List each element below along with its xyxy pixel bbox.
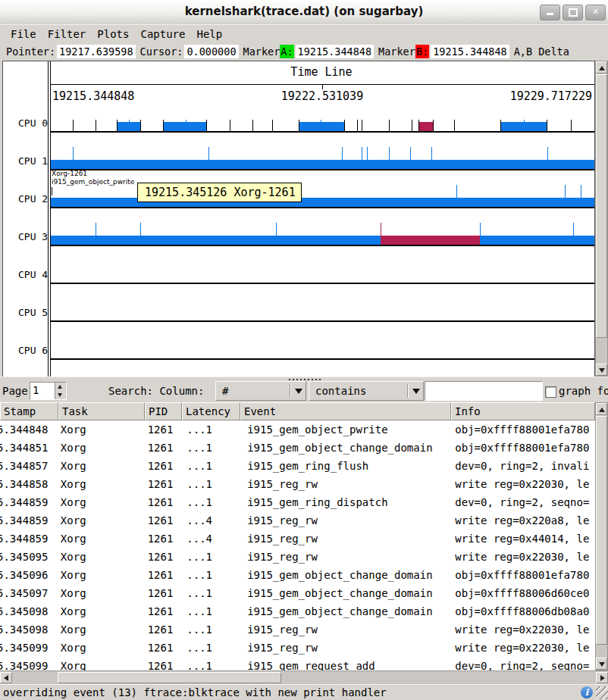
graph-follows-checkbox[interactable] bbox=[545, 386, 556, 398]
table-row[interactable]: 5.344848Xorg1261...1i915_gem_object_pwri… bbox=[0, 420, 595, 439]
cell-info: dev=0, ring=2, invali bbox=[452, 457, 595, 475]
marker-a-value: 19215.344848 bbox=[296, 45, 375, 58]
cpu-baseline bbox=[51, 169, 594, 170]
cell-pid: 1261 bbox=[145, 639, 184, 657]
column-select[interactable]: # bbox=[215, 381, 306, 401]
spin-up-icon bbox=[58, 385, 62, 389]
table-row[interactable]: 5.344859Xorg1261...4i915_reg_rwwrite reg… bbox=[0, 511, 595, 530]
table-row[interactable]: 5.345098Xorg1261...1i915_reg_rwwrite reg… bbox=[0, 620, 595, 639]
cell-text: Xorg bbox=[61, 533, 86, 545]
cell-event: i915_gem_ring_dispatch bbox=[243, 493, 452, 511]
cell-text: 5.345099 bbox=[0, 639, 48, 657]
minimize-button[interactable] bbox=[540, 5, 560, 20]
table-row[interactable]: 5.345098Xorg1261...1i915_gem_object_chan… bbox=[0, 602, 595, 620]
event-tick bbox=[565, 185, 566, 198]
cell-text: i915_gem_ring_flush bbox=[247, 460, 368, 472]
event-tick bbox=[367, 147, 368, 160]
maximize-icon bbox=[569, 8, 578, 17]
cell-task: Xorg bbox=[57, 639, 145, 657]
cell-info: write reg=0x22030, le bbox=[452, 548, 595, 566]
cell-text: ...1 bbox=[186, 660, 212, 670]
table-hscroll-thumb[interactable] bbox=[58, 672, 281, 683]
cell-info: dev=0, ring=2, seqno= bbox=[452, 493, 595, 511]
resize-grip[interactable] bbox=[596, 686, 608, 699]
graph-scroll-thumb[interactable] bbox=[596, 74, 607, 338]
menu-item-capture[interactable]: Capture bbox=[140, 28, 185, 40]
column-header-task[interactable]: Task bbox=[58, 402, 145, 420]
cell-event: i915_gem_object_change_domain bbox=[243, 566, 452, 584]
event-tick bbox=[117, 120, 118, 131]
menu-item-file[interactable]: File bbox=[11, 28, 36, 40]
page-spin-buttons[interactable] bbox=[55, 383, 66, 399]
event-tick bbox=[272, 120, 273, 131]
match-select[interactable]: contains bbox=[309, 381, 424, 401]
column-header-stamp[interactable]: Stamp bbox=[0, 402, 58, 420]
arrow-left-icon bbox=[4, 675, 8, 681]
column-header-info[interactable]: Info bbox=[451, 402, 595, 420]
table-row[interactable]: 5.344857Xorg1261...1i915_gem_ring_flushd… bbox=[0, 457, 595, 475]
cursor-label: Cursor: bbox=[140, 45, 183, 58]
close-button[interactable]: ✕ bbox=[585, 5, 606, 20]
cpu-bar-run bbox=[51, 160, 594, 169]
cpu-plot-6[interactable] bbox=[51, 325, 594, 360]
table-scroll-right-button[interactable] bbox=[596, 672, 608, 683]
cpu-baseline bbox=[51, 245, 594, 246]
cell-pid: 1261 bbox=[145, 475, 184, 493]
cell-text: obj=0xffff88001efa780 bbox=[455, 569, 589, 581]
table-row[interactable]: 5.345099Xorg1261...1i915_gem_request_add… bbox=[0, 657, 595, 670]
cell-text: ...1 bbox=[186, 423, 212, 436]
menu-item-help[interactable]: Help bbox=[196, 28, 222, 40]
combo-separator bbox=[290, 384, 290, 398]
table-row[interactable]: 5.345099Xorg1261...1i915_reg_rwwrite reg… bbox=[0, 639, 595, 657]
cell-text: i915_gem_ring_dispatch bbox=[247, 496, 387, 508]
cell-task: Xorg bbox=[57, 511, 145, 530]
info-icon[interactable]: i bbox=[581, 686, 593, 698]
table-row[interactable]: 5.345096Xorg1261...1i915_gem_object_chan… bbox=[0, 566, 595, 584]
search-input[interactable] bbox=[425, 381, 543, 401]
cell-text: 1261 bbox=[148, 423, 174, 436]
event-tick bbox=[547, 120, 547, 131]
table-header-row: StampTaskPIDLatencyEventInfo bbox=[0, 402, 595, 420]
cell-text: ...1 bbox=[186, 623, 212, 636]
maximize-button[interactable] bbox=[563, 5, 583, 20]
cell-text: 5.344858 bbox=[0, 475, 48, 493]
cell-text: dev=0, ring=2, seqno= bbox=[455, 496, 589, 508]
cell-text: obj=0xffff88001efa780 bbox=[455, 423, 589, 436]
cpu-plot-5[interactable] bbox=[51, 287, 594, 322]
column-header-pid[interactable]: PID bbox=[145, 402, 182, 420]
cell-latency: ...1 bbox=[183, 602, 243, 620]
page-spinbox[interactable]: 1 bbox=[30, 382, 67, 400]
table-row[interactable]: 5.345097Xorg1261...1i915_gem_object_chan… bbox=[0, 584, 595, 602]
event-tick bbox=[140, 223, 141, 236]
table-row[interactable]: 5.344858Xorg1261...1i915_reg_rwwrite reg… bbox=[0, 475, 595, 493]
column-header-event[interactable]: Event bbox=[240, 402, 451, 420]
table-scroll-left-button[interactable] bbox=[0, 672, 12, 683]
cell-text: ...1 bbox=[186, 587, 212, 599]
arrow-down-icon bbox=[599, 368, 605, 373]
table-scroll-thumb[interactable] bbox=[596, 416, 607, 645]
event-tick bbox=[140, 120, 141, 131]
status-message: overriding event (13) ftrace:blktrace wi… bbox=[3, 686, 387, 698]
search-toolbar: Page 1 Search: Column: # contains graph … bbox=[0, 380, 608, 402]
cell-pid: 1261 bbox=[145, 548, 184, 566]
column-header-latency[interactable]: Latency bbox=[182, 402, 240, 420]
table-row[interactable]: 5.344851Xorg1261...1i915_gem_object_chan… bbox=[0, 439, 595, 457]
cell-stamp: 5.345095 bbox=[0, 548, 57, 566]
cell-text: 1261 bbox=[148, 460, 174, 472]
graph-scroll-down-button[interactable] bbox=[596, 364, 607, 376]
menu-item-plots[interactable]: Plots bbox=[97, 28, 129, 40]
table-row[interactable]: 5.344859Xorg1261...1i915_gem_ring_dispat… bbox=[0, 493, 595, 511]
cell-text: Xorg bbox=[61, 605, 86, 617]
table-row[interactable]: 5.344859Xorg1261...4i915_reg_rwwrite reg… bbox=[0, 530, 595, 548]
cpu-plot-4[interactable] bbox=[51, 249, 594, 284]
table-row[interactable]: 5.345095Xorg1261...1i915_reg_rwwrite reg… bbox=[0, 548, 595, 566]
graph-scroll-up-button[interactable] bbox=[596, 61, 607, 73]
table-scroll-down-button[interactable] bbox=[596, 658, 607, 670]
table-scroll-up-button[interactable] bbox=[596, 403, 607, 415]
menu-item-filter[interactable]: Filter bbox=[48, 28, 86, 40]
marker-b-badge: B: bbox=[415, 45, 429, 58]
event-tick bbox=[357, 120, 358, 131]
cell-stamp: 5.344859 bbox=[0, 511, 57, 530]
cell-text: write reg=0x22030, le bbox=[455, 478, 589, 490]
plot-annotation: Xorg-1261 bbox=[52, 170, 87, 177]
